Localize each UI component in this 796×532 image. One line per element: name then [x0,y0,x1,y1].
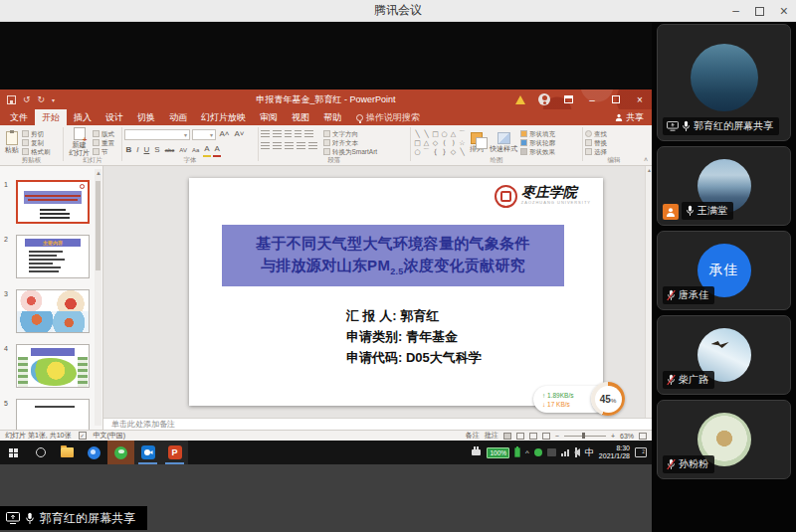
underline-button[interactable]: U [142,144,151,156]
tab-transitions[interactable]: 切换 [130,109,162,125]
tab-view[interactable]: 视图 [285,109,316,125]
character-spacing-button[interactable]: AV [178,144,189,156]
thumbnail-item-1[interactable]: 1 [16,180,91,224]
clock[interactable]: 8:30 2021/1/28 [599,444,630,461]
participant-tile[interactable]: 王满堂 [657,146,791,226]
find-button[interactable]: 查找 [585,130,607,137]
quick-styles-button[interactable]: 快速样式 [487,127,520,156]
undo-icon[interactable]: ↺ [23,95,31,104]
tray-green-app-icon[interactable] [534,448,542,456]
ime-indicator[interactable]: 中 [585,446,594,459]
action-center-icon[interactable]: 2 [635,447,647,457]
cut-button[interactable]: 剪切 [22,130,51,137]
collapse-ribbon-icon[interactable]: ˄ [644,156,648,163]
bullets-icon[interactable] [261,130,270,138]
align-center-icon[interactable] [273,142,282,150]
scroll-up-icon[interactable]: ▲ [96,170,101,176]
align-left-icon[interactable] [261,142,270,150]
redo-icon[interactable]: ↻ [38,95,46,104]
new-slide-button[interactable]: 新建 幻灯片 [66,127,93,156]
reset-button[interactable]: 重置 [93,139,114,146]
shape-fill-button[interactable]: 形状填充 [520,130,555,137]
hidden-icons-chevron[interactable]: ^ [525,448,529,457]
presenter-info[interactable]: 汇 报 人: 郭育红 申请类别: 青年基金 申请代码: D05大气科学 [346,305,482,368]
close-button[interactable]: × [780,3,788,19]
slide-2-thumbnail[interactable]: 主要内容 [16,235,90,278]
zoom-level[interactable]: 63% [620,433,634,440]
participant-tile[interactable]: 柴广路 [657,315,791,395]
slide-5-thumbnail[interactable] [16,399,90,430]
zoom-out-icon[interactable]: − [555,433,559,440]
participant-tile[interactable]: 郭育红的屏幕共享 [657,24,791,141]
powerpoint-taskbar-button[interactable]: P [161,441,188,464]
maximize-button[interactable] [755,7,764,16]
battery-percent[interactable]: 100% [487,447,509,458]
thumbnail-item-2[interactable]: 2 主要内容 [16,235,91,278]
font-size-select[interactable]: ▾ [192,129,216,140]
tab-home[interactable]: 开始 [35,109,67,125]
line-spacing-icon[interactable] [304,130,313,138]
tab-animations[interactable]: 动画 [162,109,194,125]
justify-icon[interactable] [297,142,305,150]
section-button[interactable]: 节 [93,148,114,155]
thumbnail-item-5[interactable]: 5 [16,399,91,430]
upload-warning-icon[interactable] [508,89,532,109]
ribbon-display-options-icon[interactable] [556,89,580,109]
strikethrough-button[interactable]: abc [163,144,176,156]
replace-button[interactable]: 替换 [585,139,607,146]
tab-file[interactable]: 文件 [3,109,35,125]
spellcheck-icon[interactable]: ✓ [79,432,87,440]
reading-view-icon[interactable] [529,433,537,440]
layout-button[interactable]: 版式 [93,130,114,137]
slide-sorter-view-icon[interactable] [516,433,524,440]
arrange-button[interactable]: 排列 [467,127,487,156]
participant-tile[interactable]: 孙粉粉 [657,400,791,479]
speaker-icon[interactable] [574,448,580,456]
tray-dark-app-icon[interactable] [547,448,556,456]
battery-icon[interactable] [514,447,520,457]
numbering-icon[interactable] [273,130,282,138]
notes-bar[interactable]: 单击此处添加备注 [103,418,652,430]
save-icon[interactable] [7,95,16,104]
slide-3-thumbnail[interactable] [16,289,90,333]
select-button[interactable]: 选择 [585,148,607,155]
green-app-button[interactable] [107,441,134,464]
fit-to-window-icon[interactable] [639,433,647,440]
decrease-indent-icon[interactable] [285,130,292,138]
ppt-restore-button[interactable] [604,89,628,109]
network-icon[interactable] [561,449,569,456]
shape-effects-button[interactable]: 形状效果 [520,148,555,155]
comments-toggle[interactable]: 批注 [485,431,498,441]
participant-tile[interactable]: 承佳 唐承佳 [657,231,791,310]
copy-button[interactable]: 复制 [22,139,51,146]
thumbnail-item-3[interactable]: 3 [16,289,91,333]
grow-font-button[interactable]: A˄ [218,128,231,140]
shapes-gallery[interactable]: ╲╲□○△⌒ □△◇()☆ ○⌒{}◇╲ [413,127,467,156]
tell-me-search[interactable]: 操作说明搜索 [356,109,420,125]
font-color-button[interactable]: A [213,143,221,157]
tab-help[interactable]: 帮助 [316,109,348,125]
canvas-scrollbar[interactable] [645,166,652,418]
ppt-minimize-button[interactable]: – [580,89,604,109]
slide-4-thumbnail[interactable] [16,344,90,388]
cortana-button[interactable] [27,441,54,464]
text-shadow-button[interactable]: S [153,144,161,156]
tencent-meeting-taskbar-button[interactable] [134,441,161,464]
ppt-close-button[interactable]: × [628,89,652,109]
notes-toggle[interactable]: 备注 [466,431,480,441]
tab-review[interactable]: 审阅 [253,109,285,125]
align-right-icon[interactable] [285,142,294,150]
qat-customize-icon[interactable]: ▾ [52,96,55,103]
columns-icon[interactable] [308,142,317,150]
start-button[interactable] [0,441,27,464]
blue-app-button[interactable] [81,441,107,464]
shrink-font-button[interactable]: A˅ [233,128,246,140]
share-button[interactable]: 共享 [615,109,644,125]
paste-button[interactable]: 粘贴 [2,127,22,156]
tab-insert[interactable]: 插入 [67,109,99,125]
slideshow-view-icon[interactable] [542,433,550,440]
minimize-button[interactable]: – [732,6,739,16]
convert-smartart-button[interactable]: 转换为SmartArt [323,148,377,155]
zoom-slider[interactable] [564,436,606,437]
change-case-button[interactable]: Aa [190,144,200,156]
